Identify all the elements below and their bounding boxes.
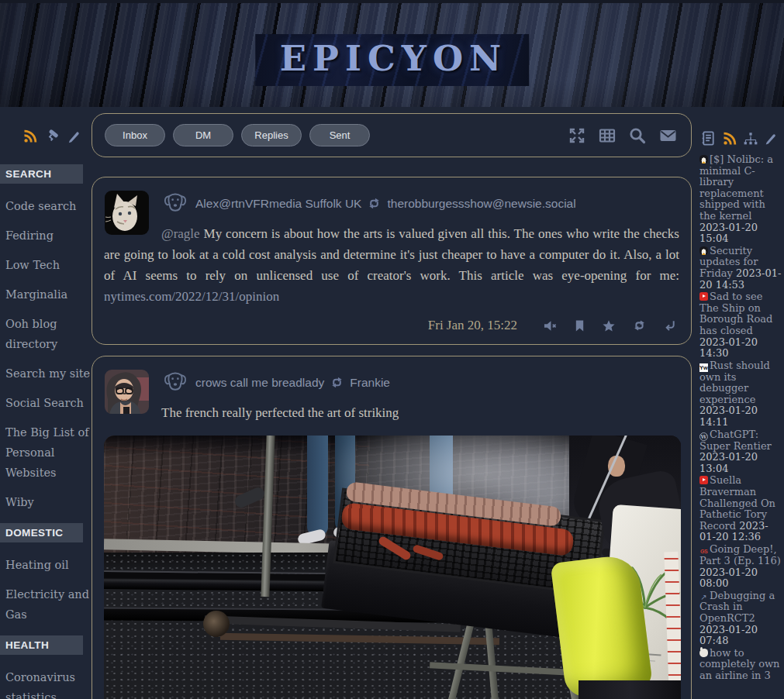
tab-inbox[interactable]: Inbox xyxy=(105,124,165,146)
photo-trolley-wheel xyxy=(203,611,230,637)
post-header: crows call me breadlady Frankie xyxy=(104,367,679,398)
newswire-date: 2023-01-20 07:48 xyxy=(699,624,758,647)
post: Alex@rtnVFRmedia Suffolk UK therobburges… xyxy=(92,177,692,345)
link-electricity-and-gas[interactable]: Electricity and Gas xyxy=(5,584,92,625)
reply-icon[interactable] xyxy=(663,319,676,332)
newswire-item[interactable]: ChatGPT: Super Rentier 2023-01-20 13:04 xyxy=(699,429,782,475)
post-content: The french really perfected the art of s… xyxy=(104,402,679,423)
left-links-column: SEARCH Code search Fediring Low Tech Mar… xyxy=(0,108,92,699)
favicon-creature-icon xyxy=(699,649,708,657)
newswire-item[interactable]: how to completely own an airline in 3 xyxy=(699,648,782,682)
link-code-search[interactable]: Code search xyxy=(5,196,92,216)
repeat-icon[interactable] xyxy=(632,319,647,332)
post-image[interactable] xyxy=(104,436,681,699)
bookmark-icon[interactable] xyxy=(574,319,585,332)
instance-banner[interactable]: EPICYON xyxy=(0,3,784,107)
newswire-date: 2023-01-20 14:11 xyxy=(699,405,758,428)
newswire-item[interactable]: [$] Nolibc: a minimal C-library replacem… xyxy=(699,154,782,245)
post-author-handle[interactable]: Alex@rtnVFRmedia Suffolk UK xyxy=(195,197,361,210)
timeline-column: Inbox DM Replies Sent xyxy=(92,113,692,699)
timeline-header-icons xyxy=(567,126,679,146)
mention-link[interactable]: @ragle xyxy=(161,226,200,241)
post: crows call me breadlady Frankie The fren… xyxy=(92,356,692,699)
link-fediring[interactable]: Fediring xyxy=(5,226,92,246)
expand-icon[interactable] xyxy=(567,126,587,146)
rss-feed-icon[interactable] xyxy=(722,131,737,146)
section-header-health: HEALTH xyxy=(0,635,83,655)
mute-icon[interactable] xyxy=(543,319,558,332)
link-heating-oil[interactable]: Heating oil xyxy=(5,555,92,575)
section-header-search: SEARCH xyxy=(0,164,83,184)
dog-person-icon[interactable] xyxy=(161,369,189,394)
newswire-item[interactable]: Suella Braverman Challenged On Pathetic … xyxy=(699,475,782,543)
show-newswire-icon[interactable] xyxy=(700,130,717,146)
search-icon[interactable] xyxy=(627,126,648,146)
link-marginalia[interactable]: Marginalia xyxy=(5,284,92,305)
favicon-youtube-icon xyxy=(699,292,708,301)
link-ooh-blog-directory[interactable]: Ooh blog directory xyxy=(5,314,92,354)
newswire-title: Sad to see The Ship on Borough Road has … xyxy=(699,291,772,336)
link-big-list-personal-websites[interactable]: The Big List of Personal Websites xyxy=(5,422,92,483)
photo-person-legs xyxy=(579,680,681,699)
dog-person-icon[interactable] xyxy=(161,190,189,215)
newswire-date: 2023-01-20 14:30 xyxy=(699,336,758,360)
newswire-title: [$] Nolibc: a minimal C-library replacem… xyxy=(699,153,773,222)
post-header: Alex@rtnVFRmedia Suffolk UK therobburges… xyxy=(104,188,679,219)
newswire-item[interactable]: Security updates for Friday 2023-01-20 1… xyxy=(699,246,782,291)
newswire-title: Rust should own its debugger experience xyxy=(699,360,770,405)
link-search-my-site[interactable]: Search my site xyxy=(5,363,92,384)
post-content: @ragle My concern is about how the arts … xyxy=(104,223,679,307)
announced-author-handle[interactable]: therobburgessshow@newsie.social xyxy=(387,197,575,210)
favicon-youtube-icon xyxy=(699,476,708,484)
edit-pen-icon[interactable] xyxy=(764,132,778,146)
rss-feed-icon[interactable] xyxy=(22,129,38,144)
health-links: Coronavirus statistics xyxy=(0,667,92,699)
photo-hivis-vest xyxy=(551,553,654,699)
categories-icon[interactable] xyxy=(743,131,758,146)
post-timestamp[interactable]: Fri Jan 20, 15:22 xyxy=(428,318,517,333)
avatar[interactable] xyxy=(105,191,149,235)
star-icon[interactable] xyxy=(602,319,616,332)
tab-dm[interactable]: DM xyxy=(173,124,233,146)
photo-jeans-leg xyxy=(307,436,328,535)
announced-author-handle[interactable]: Frankie xyxy=(350,376,390,389)
section-header-domestic: DOMESTIC xyxy=(0,523,83,542)
newswire-item[interactable]: Debugging a Crash in OpenRCT2 2023-01-20… xyxy=(699,591,782,647)
newswire-list: [$] Nolibc: a minimal C-library replacem… xyxy=(696,153,784,682)
timeline-tabs-bar: Inbox DM Replies Sent xyxy=(92,113,692,157)
tab-replies[interactable]: Replies xyxy=(241,124,302,146)
newswire-title: Debugging a Crash in OpenRCT2 xyxy=(699,590,775,624)
link-low-tech[interactable]: Low Tech xyxy=(5,255,92,275)
newswire-item[interactable]: Sad to see The Ship on Borough Road has … xyxy=(699,291,782,360)
tab-sent[interactable]: Sent xyxy=(309,124,370,146)
article-link[interactable]: nytimes.com/2022/12/31/opinion xyxy=(104,289,279,304)
post-author-handle[interactable]: crows call me breadlady xyxy=(195,376,324,389)
post-text: The french really perfected the art of s… xyxy=(161,405,399,420)
newswire-title: ChatGPT: Super Rentier xyxy=(699,429,772,452)
domestic-links: Heating oil Electricity and Gas xyxy=(0,555,92,625)
avatar[interactable] xyxy=(105,370,149,414)
newswire-date: 2023-01-20 13:04 xyxy=(699,451,758,474)
newswire-title: Going Deep!, Part 3 (Ep. 116) xyxy=(699,543,781,566)
newswire-item[interactable]: Rust should own its debugger experience … xyxy=(699,360,782,429)
search-links: Code search Fediring Low Tech Marginalia… xyxy=(0,196,92,512)
post-footer: Fri Jan 20, 15:22 xyxy=(104,318,679,333)
favicon-lwn-penguin-icon xyxy=(699,246,708,255)
envelope-icon[interactable] xyxy=(658,126,679,146)
newswire-date: 2023-01-20 15:04 xyxy=(699,222,758,245)
instance-title: EPICYON xyxy=(255,34,529,86)
newswire-title: how to completely own an airline in 3 xyxy=(699,647,780,681)
newswire-item[interactable]: Going Deep!, Part 3 (Ep. 116) 2023-01-20… xyxy=(699,544,782,590)
edit-pen-icon[interactable] xyxy=(67,129,81,144)
newswire-icons xyxy=(696,113,784,153)
link-coronavirus-statistics[interactable]: Coronavirus statistics xyxy=(5,667,92,699)
boost-repeat-icon xyxy=(330,375,344,390)
newswire-column: [$] Nolibc: a minimal C-library replacem… xyxy=(696,113,784,683)
link-wiby[interactable]: Wiby xyxy=(5,492,92,512)
grid-icon[interactable] xyxy=(597,126,617,146)
paint-roller-icon[interactable] xyxy=(44,129,60,144)
boost-repeat-icon xyxy=(367,196,382,211)
left-column-icons xyxy=(0,108,92,153)
favicon-arrow-icon xyxy=(699,593,708,601)
link-social-search[interactable]: Social Search xyxy=(5,393,92,413)
